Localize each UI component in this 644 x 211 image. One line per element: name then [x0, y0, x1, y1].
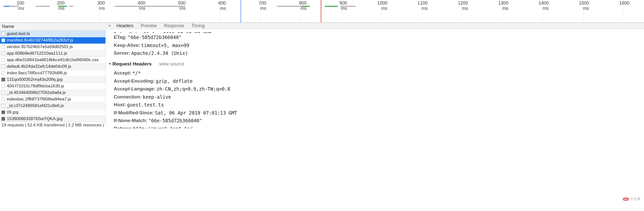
request-row[interactable]: _id.453464008627592a9a8a.js: [0, 90, 105, 96]
image-file-icon: [2, 78, 5, 81]
timeline-bar: [69, 6, 73, 7]
request-header-row: Connection:keep-alive: [114, 93, 639, 101]
timeline-bar: [277, 6, 302, 7]
request-row[interactable]: guest.test.ts: [0, 31, 105, 37]
request-details-panel: × HeadersPreviewResponseTiming Date:Sat,…: [106, 23, 644, 128]
request-name: _id.453464008627592a9a8a.js: [7, 90, 66, 95]
timeline-tick: 700 ms: [260, 0, 261, 23]
request-row[interactable]: app.608b9ed6712210aa1111.js: [0, 50, 105, 57]
request-headers-section[interactable]: Request Headers view source: [109, 60, 639, 68]
request-row[interactable]: app.d6e319841ba8818bbce91db1bd06580c.css: [0, 57, 105, 63]
response-header-row: Date:Sat, 06 Apr 2019 07:07:27 GMT: [114, 30, 639, 33]
file-icon: [2, 45, 5, 49]
timeline-bar: [114, 6, 185, 7]
request-name: manifest.6c4b7d2744f8b2a283cf.js: [7, 38, 73, 43]
timeline-tick: 1600: [624, 0, 624, 23]
status-bar: 19 requests | 52.6 KB transferred | 2.2 …: [0, 122, 105, 128]
tick-label: 700 ms: [255, 1, 266, 11]
request-header-row: Host:guest.test.ts: [114, 101, 639, 109]
tick-label: 1000 ms: [376, 1, 387, 11]
file-icon: [2, 104, 5, 108]
timeline-tick: 600 ms: [220, 0, 220, 23]
network-timeline[interactable]: 100 ms200 ms300 ms400 ms500 ms600 ms700 …: [0, 0, 644, 23]
request-row[interactable]: 404.f71015c79df9dcba1630.js: [0, 83, 105, 90]
header-name: Accept-Language:: [114, 85, 156, 93]
request-row[interactable]: manifest.6c4b7d2744f8b2a283cf.js: [0, 37, 105, 44]
request-row[interactable]: 1539008633978SwYQKA.jpg: [0, 116, 105, 122]
request-header-row: Referer:http://guest.test.ts/: [114, 125, 639, 128]
tab-preview[interactable]: Preview: [137, 22, 160, 29]
header-value: */*: [132, 69, 141, 77]
header-value: gzip, deflate: [156, 78, 193, 85]
headers-body[interactable]: Date:Sat, 06 Apr 2019 07:07:27 GMTETag:"…: [106, 29, 644, 128]
request-list[interactable]: guest.test.tsmanifest.6c4b7d2744f8b2a283…: [0, 31, 105, 122]
tab-response[interactable]: Response: [160, 22, 188, 29]
request-header-row: Accept-Encoding:gzip, deflate: [114, 78, 639, 85]
header-value: "66e-585d72b366040": [128, 34, 182, 41]
header-name: Keep-Alive:: [114, 42, 140, 49]
request-name: guest.test.ts: [7, 31, 30, 36]
timeline-bar: [340, 6, 356, 7]
response-header-row: ETag:"66e-585d72b366040": [114, 34, 639, 41]
header-name: Accept-Encoding:: [114, 78, 155, 85]
timeline-bar: [4, 6, 10, 7]
header-name: Accept:: [114, 69, 131, 77]
header-value: http://guest.test.ts/: [133, 125, 193, 128]
request-list-panel: Name guest.test.tsmanifest.6c4b7d2744f8b…: [0, 23, 106, 128]
timeline-marker: [321, 0, 321, 23]
image-file-icon: [2, 111, 5, 114]
tab-headers[interactable]: Headers: [113, 22, 137, 29]
request-name: app.608b9ed6712210aa1111.js: [7, 51, 67, 56]
timeline-tick: 1000 ms: [382, 0, 382, 23]
header-name: ETag:: [114, 34, 127, 41]
request-header-row: If-Modified-Since:Sat, 06 Apr 2019 07:01…: [114, 109, 639, 117]
header-name: Server:: [114, 50, 130, 57]
header-name: Connection:: [114, 93, 142, 101]
view-source-link[interactable]: view source: [159, 60, 184, 68]
image-file-icon: [2, 117, 5, 121]
request-name: 131qo000352nrq43s209q.jpg: [7, 77, 63, 82]
request-header-row: If-None-Match:"66e-585d72b366040": [114, 117, 639, 124]
header-name: Date:: [114, 30, 128, 33]
header-value: Apache/2.4.34 (Unix): [131, 50, 188, 57]
tick-label: 1600: [618, 1, 629, 6]
timeline-tick: 800 ms: [301, 0, 301, 23]
request-row[interactable]: index.9acc76f0ccd77792fd98.js: [0, 70, 105, 77]
timeline-bar: [39, 6, 50, 7]
header-name: If-Modified-Since:: [114, 109, 154, 117]
timeline-bar: [325, 6, 338, 7]
request-name: 404.f71015c79df9dcba1630.js: [7, 84, 64, 89]
timeline-tick: 500 ms: [180, 0, 180, 23]
request-row[interactable]: vendor.357b24b57e5a59d82501.js: [0, 44, 105, 50]
request-name: 09.jpg: [7, 110, 18, 115]
tick-label: 1200 ms: [457, 1, 468, 11]
tab-timing[interactable]: Timing: [188, 22, 208, 29]
timeline-tick: 200 ms: [59, 0, 59, 23]
request-name: indexbac.2fffdf737f908ba94ea7.js: [7, 97, 71, 102]
close-icon[interactable]: ×: [108, 23, 113, 28]
file-icon: [2, 91, 5, 94]
header-name: If-None-Match:: [114, 117, 147, 124]
request-row[interactable]: 131qo000352nrq43s209q.jpg: [0, 77, 105, 83]
request-name: app.d6e319841ba8818bbce91db1bd06580c.css: [7, 57, 99, 62]
request-row[interactable]: 09.jpg: [0, 109, 105, 116]
request-name: vendor.357b24b57e5a59d82501.js: [7, 44, 73, 49]
header-value: Sat, 06 Apr 2019 07:01:13 GMT: [155, 109, 237, 117]
request-name: 1539008633978SwYQKA.jpg: [7, 116, 63, 121]
tick-label: 1100 ms: [417, 1, 428, 11]
timeline-tick: 100 ms: [18, 0, 19, 23]
request-row[interactable]: indexbac.2fffdf737f908ba94ea7.js: [0, 96, 105, 103]
timeline-tick: 1300 ms: [503, 0, 503, 23]
column-header-name[interactable]: Name: [0, 23, 105, 31]
file-icon: [2, 32, 5, 36]
file-icon: [2, 97, 5, 101]
request-row[interactable]: _id.c37c2486581ef421c8e6.js: [0, 103, 105, 109]
response-header-row: Server:Apache/2.4.34 (Unix): [114, 50, 639, 57]
file-icon: [2, 39, 5, 42]
header-value: keep-alive: [143, 93, 171, 101]
timeline-tick: 1100 ms: [422, 0, 422, 23]
request-row[interactable]: default.4b24da31efc14de04c09.js: [0, 63, 105, 70]
timeline-bar: [302, 6, 310, 7]
response-header-row: Keep-Alive:timeout=5, max=99: [114, 42, 639, 49]
triangle-down-icon: [109, 63, 111, 65]
